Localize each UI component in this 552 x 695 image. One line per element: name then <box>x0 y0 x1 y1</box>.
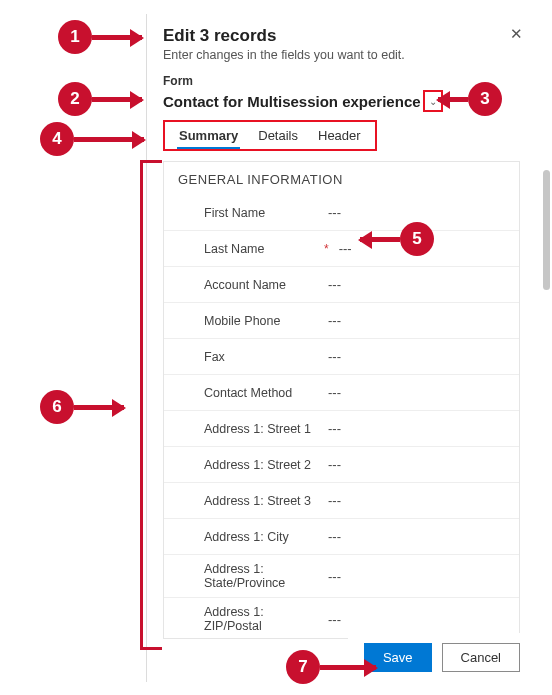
cancel-button[interactable]: Cancel <box>442 643 520 672</box>
scrollbar[interactable] <box>543 170 550 290</box>
required-indicator: * <box>324 242 329 256</box>
field-label: Address 1: City <box>204 530 324 544</box>
footer-actions: Save Cancel <box>348 633 536 682</box>
field-label: Address 1: State/Province <box>204 562 324 590</box>
field-row[interactable]: Address 1: State/Province--- <box>164 555 519 598</box>
field-row[interactable]: First Name--- <box>164 195 519 231</box>
field-label: Contact Method <box>204 386 324 400</box>
field-value: --- <box>328 493 341 508</box>
field-label: Address 1: Street 2 <box>204 458 324 472</box>
field-row[interactable]: Fax--- <box>164 339 519 375</box>
field-value: --- <box>328 457 341 472</box>
field-row[interactable]: Account Name--- <box>164 267 519 303</box>
panel-header: Edit 3 records Enter changes in the fiel… <box>147 14 536 66</box>
field-label: Mobile Phone <box>204 314 324 328</box>
form-selector-section: Form Contact for Multisession experience… <box>147 66 536 112</box>
field-value: --- <box>328 349 341 364</box>
field-label: Address 1: Street 1 <box>204 422 324 436</box>
form-dropdown[interactable]: ⌄ <box>423 90 443 112</box>
callout-2: 2 <box>58 82 142 116</box>
field-label: Account Name <box>204 278 324 292</box>
field-value: --- <box>339 241 352 256</box>
tab-header[interactable]: Header <box>308 124 371 149</box>
field-label: Fax <box>204 350 324 364</box>
fields-content: GENERAL INFORMATION First Name---Last Na… <box>163 161 520 639</box>
field-row[interactable]: Address 1: Street 2--- <box>164 447 519 483</box>
field-value: --- <box>328 569 341 584</box>
close-icon[interactable]: ✕ <box>506 24 526 44</box>
field-label: Last Name <box>204 242 324 256</box>
callout-6-bracket <box>140 160 162 650</box>
chevron-down-icon: ⌄ <box>429 96 437 107</box>
edit-panel: Edit 3 records Enter changes in the fiel… <box>146 14 536 682</box>
field-label: Address 1: ZIP/Postal <box>204 605 324 633</box>
tab-summary[interactable]: Summary <box>169 124 248 149</box>
tab-details[interactable]: Details <box>248 124 308 149</box>
field-value: --- <box>328 421 341 436</box>
field-label: Address 1: Street 3 <box>204 494 324 508</box>
field-row[interactable]: Mobile Phone--- <box>164 303 519 339</box>
field-value: --- <box>328 529 341 544</box>
callout-6: 6 <box>40 390 124 424</box>
save-button[interactable]: Save <box>364 643 432 672</box>
field-row[interactable]: Address 1: Street 3--- <box>164 483 519 519</box>
section-title: GENERAL INFORMATION <box>164 162 519 195</box>
fields-list: First Name---Last Name*---Account Name--… <box>164 195 519 639</box>
field-value: --- <box>328 385 341 400</box>
tabs-container: Summary Details Header <box>163 120 377 151</box>
field-row[interactable]: Address 1: Street 1--- <box>164 411 519 447</box>
field-value: --- <box>328 612 341 627</box>
field-value: --- <box>328 313 341 328</box>
form-name: Contact for Multisession experience <box>163 93 421 110</box>
field-value: --- <box>328 205 341 220</box>
field-label: First Name <box>204 206 324 220</box>
callout-4: 4 <box>40 122 144 156</box>
panel-title: Edit 3 records <box>163 26 520 46</box>
panel-subtitle: Enter changes in the fields you want to … <box>163 48 520 62</box>
field-row[interactable]: Address 1: City--- <box>164 519 519 555</box>
form-label: Form <box>163 74 520 88</box>
field-row[interactable]: Last Name*--- <box>164 231 519 267</box>
callout-1: 1 <box>58 20 142 54</box>
field-row[interactable]: Contact Method--- <box>164 375 519 411</box>
field-value: --- <box>328 277 341 292</box>
form-name-row: Contact for Multisession experience ⌄ <box>163 90 520 112</box>
